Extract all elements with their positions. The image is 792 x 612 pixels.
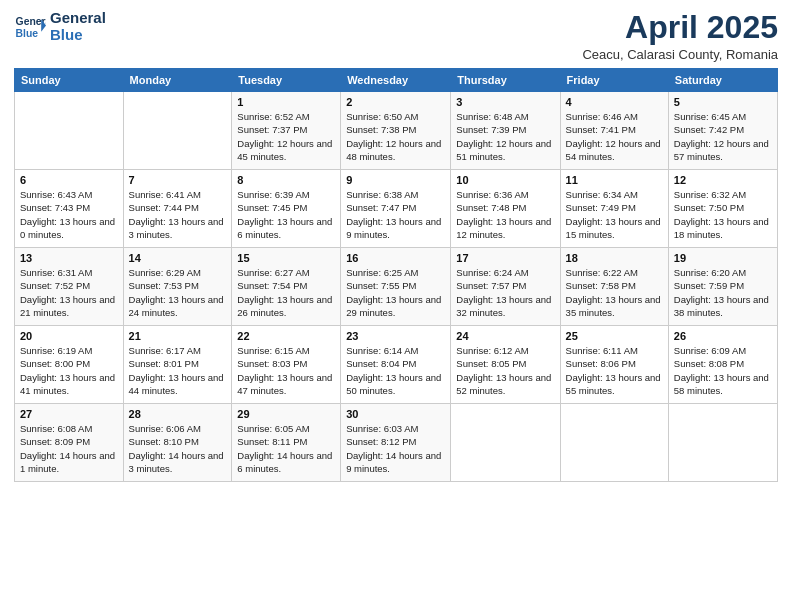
day-number: 25	[566, 330, 663, 342]
weekday-header: Sunday	[15, 69, 124, 92]
calendar-day-cell: 7Sunrise: 6:41 AM Sunset: 7:44 PM Daylig…	[123, 170, 232, 248]
calendar-day-cell: 1Sunrise: 6:52 AM Sunset: 7:37 PM Daylig…	[232, 92, 341, 170]
calendar-day-cell: 17Sunrise: 6:24 AM Sunset: 7:57 PM Dayli…	[451, 248, 560, 326]
title-block: April 2025 Ceacu, Calarasi County, Roman…	[582, 10, 778, 62]
day-info: Sunrise: 6:15 AM Sunset: 8:03 PM Dayligh…	[237, 344, 335, 397]
day-number: 10	[456, 174, 554, 186]
calendar-day-cell: 12Sunrise: 6:32 AM Sunset: 7:50 PM Dayli…	[668, 170, 777, 248]
day-info: Sunrise: 6:11 AM Sunset: 8:06 PM Dayligh…	[566, 344, 663, 397]
weekday-header: Thursday	[451, 69, 560, 92]
calendar-day-cell: 26Sunrise: 6:09 AM Sunset: 8:08 PM Dayli…	[668, 326, 777, 404]
day-info: Sunrise: 6:03 AM Sunset: 8:12 PM Dayligh…	[346, 422, 445, 475]
calendar-day-cell: 30Sunrise: 6:03 AM Sunset: 8:12 PM Dayli…	[341, 404, 451, 482]
calendar-day-cell: 23Sunrise: 6:14 AM Sunset: 8:04 PM Dayli…	[341, 326, 451, 404]
weekday-header: Monday	[123, 69, 232, 92]
calendar-day-cell: 5Sunrise: 6:45 AM Sunset: 7:42 PM Daylig…	[668, 92, 777, 170]
logo-blue: Blue	[50, 27, 106, 44]
day-info: Sunrise: 6:48 AM Sunset: 7:39 PM Dayligh…	[456, 110, 554, 163]
calendar-day-cell: 25Sunrise: 6:11 AM Sunset: 8:06 PM Dayli…	[560, 326, 668, 404]
calendar-day-cell: 18Sunrise: 6:22 AM Sunset: 7:58 PM Dayli…	[560, 248, 668, 326]
day-number: 16	[346, 252, 445, 264]
day-info: Sunrise: 6:38 AM Sunset: 7:47 PM Dayligh…	[346, 188, 445, 241]
day-number: 28	[129, 408, 227, 420]
calendar-day-cell	[451, 404, 560, 482]
day-info: Sunrise: 6:34 AM Sunset: 7:49 PM Dayligh…	[566, 188, 663, 241]
day-info: Sunrise: 6:19 AM Sunset: 8:00 PM Dayligh…	[20, 344, 118, 397]
calendar-day-cell: 8Sunrise: 6:39 AM Sunset: 7:45 PM Daylig…	[232, 170, 341, 248]
day-number: 12	[674, 174, 772, 186]
calendar-container: General Blue General Blue April 2025 Cea…	[0, 0, 792, 490]
calendar-day-cell: 4Sunrise: 6:46 AM Sunset: 7:41 PM Daylig…	[560, 92, 668, 170]
day-number: 15	[237, 252, 335, 264]
calendar-day-cell: 10Sunrise: 6:36 AM Sunset: 7:48 PM Dayli…	[451, 170, 560, 248]
day-number: 6	[20, 174, 118, 186]
day-info: Sunrise: 6:06 AM Sunset: 8:10 PM Dayligh…	[129, 422, 227, 475]
svg-text:Blue: Blue	[16, 27, 39, 38]
calendar-week-row: 13Sunrise: 6:31 AM Sunset: 7:52 PM Dayli…	[15, 248, 778, 326]
calendar-day-cell: 21Sunrise: 6:17 AM Sunset: 8:01 PM Dayli…	[123, 326, 232, 404]
day-info: Sunrise: 6:50 AM Sunset: 7:38 PM Dayligh…	[346, 110, 445, 163]
calendar-day-cell: 15Sunrise: 6:27 AM Sunset: 7:54 PM Dayli…	[232, 248, 341, 326]
day-number: 2	[346, 96, 445, 108]
day-info: Sunrise: 6:09 AM Sunset: 8:08 PM Dayligh…	[674, 344, 772, 397]
calendar-day-cell: 3Sunrise: 6:48 AM Sunset: 7:39 PM Daylig…	[451, 92, 560, 170]
weekday-header: Friday	[560, 69, 668, 92]
day-info: Sunrise: 6:14 AM Sunset: 8:04 PM Dayligh…	[346, 344, 445, 397]
calendar-day-cell: 16Sunrise: 6:25 AM Sunset: 7:55 PM Dayli…	[341, 248, 451, 326]
day-info: Sunrise: 6:22 AM Sunset: 7:58 PM Dayligh…	[566, 266, 663, 319]
calendar-day-cell	[123, 92, 232, 170]
weekday-header: Saturday	[668, 69, 777, 92]
day-info: Sunrise: 6:31 AM Sunset: 7:52 PM Dayligh…	[20, 266, 118, 319]
day-number: 17	[456, 252, 554, 264]
logo-icon: General Blue	[14, 11, 46, 43]
calendar-body: 1Sunrise: 6:52 AM Sunset: 7:37 PM Daylig…	[15, 92, 778, 482]
location-subtitle: Ceacu, Calarasi County, Romania	[582, 47, 778, 62]
calendar-day-cell	[15, 92, 124, 170]
calendar-table: SundayMondayTuesdayWednesdayThursdayFrid…	[14, 68, 778, 482]
day-info: Sunrise: 6:29 AM Sunset: 7:53 PM Dayligh…	[129, 266, 227, 319]
day-info: Sunrise: 6:32 AM Sunset: 7:50 PM Dayligh…	[674, 188, 772, 241]
calendar-day-cell	[668, 404, 777, 482]
day-number: 22	[237, 330, 335, 342]
logo-text: General	[50, 10, 106, 27]
weekday-header: Tuesday	[232, 69, 341, 92]
calendar-day-cell: 9Sunrise: 6:38 AM Sunset: 7:47 PM Daylig…	[341, 170, 451, 248]
day-info: Sunrise: 6:20 AM Sunset: 7:59 PM Dayligh…	[674, 266, 772, 319]
month-title: April 2025	[582, 10, 778, 45]
calendar-day-cell: 14Sunrise: 6:29 AM Sunset: 7:53 PM Dayli…	[123, 248, 232, 326]
calendar-day-cell: 13Sunrise: 6:31 AM Sunset: 7:52 PM Dayli…	[15, 248, 124, 326]
day-number: 27	[20, 408, 118, 420]
day-number: 23	[346, 330, 445, 342]
day-number: 13	[20, 252, 118, 264]
day-info: Sunrise: 6:05 AM Sunset: 8:11 PM Dayligh…	[237, 422, 335, 475]
calendar-week-row: 27Sunrise: 6:08 AM Sunset: 8:09 PM Dayli…	[15, 404, 778, 482]
day-number: 5	[674, 96, 772, 108]
day-number: 18	[566, 252, 663, 264]
day-number: 8	[237, 174, 335, 186]
day-info: Sunrise: 6:41 AM Sunset: 7:44 PM Dayligh…	[129, 188, 227, 241]
calendar-day-cell: 11Sunrise: 6:34 AM Sunset: 7:49 PM Dayli…	[560, 170, 668, 248]
day-info: Sunrise: 6:45 AM Sunset: 7:42 PM Dayligh…	[674, 110, 772, 163]
day-number: 1	[237, 96, 335, 108]
calendar-day-cell: 19Sunrise: 6:20 AM Sunset: 7:59 PM Dayli…	[668, 248, 777, 326]
day-info: Sunrise: 6:52 AM Sunset: 7:37 PM Dayligh…	[237, 110, 335, 163]
day-number: 30	[346, 408, 445, 420]
day-number: 11	[566, 174, 663, 186]
day-info: Sunrise: 6:43 AM Sunset: 7:43 PM Dayligh…	[20, 188, 118, 241]
day-info: Sunrise: 6:39 AM Sunset: 7:45 PM Dayligh…	[237, 188, 335, 241]
header: General Blue General Blue April 2025 Cea…	[14, 10, 778, 62]
calendar-day-cell: 22Sunrise: 6:15 AM Sunset: 8:03 PM Dayli…	[232, 326, 341, 404]
calendar-day-cell: 24Sunrise: 6:12 AM Sunset: 8:05 PM Dayli…	[451, 326, 560, 404]
day-number: 21	[129, 330, 227, 342]
day-info: Sunrise: 6:08 AM Sunset: 8:09 PM Dayligh…	[20, 422, 118, 475]
calendar-day-cell: 28Sunrise: 6:06 AM Sunset: 8:10 PM Dayli…	[123, 404, 232, 482]
day-number: 29	[237, 408, 335, 420]
day-number: 14	[129, 252, 227, 264]
day-info: Sunrise: 6:24 AM Sunset: 7:57 PM Dayligh…	[456, 266, 554, 319]
calendar-week-row: 20Sunrise: 6:19 AM Sunset: 8:00 PM Dayli…	[15, 326, 778, 404]
day-number: 9	[346, 174, 445, 186]
calendar-header-row: SundayMondayTuesdayWednesdayThursdayFrid…	[15, 69, 778, 92]
day-number: 3	[456, 96, 554, 108]
calendar-day-cell: 29Sunrise: 6:05 AM Sunset: 8:11 PM Dayli…	[232, 404, 341, 482]
calendar-day-cell: 2Sunrise: 6:50 AM Sunset: 7:38 PM Daylig…	[341, 92, 451, 170]
